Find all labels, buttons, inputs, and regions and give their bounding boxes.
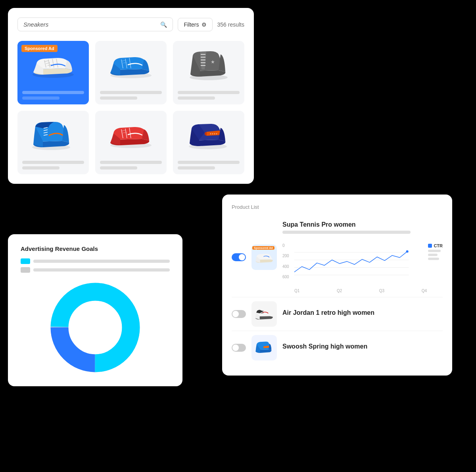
line-chart-svg bbox=[294, 243, 427, 281]
thumb-sponsored-badge: Sponsored Ad bbox=[252, 246, 274, 250]
search-bar-row: 🔍 Filters ⚙ 356 results bbox=[17, 17, 244, 31]
svg-point-19 bbox=[406, 250, 409, 253]
search-input-wrapper[interactable]: 🔍 bbox=[17, 17, 173, 31]
y-label-200: 200 bbox=[282, 254, 294, 258]
thumb-sneaker-2-svg bbox=[254, 307, 274, 321]
donut-svg bbox=[48, 280, 143, 375]
product-card-3[interactable]: ★ bbox=[173, 41, 244, 104]
search-panel: 🔍 Filters ⚙ 356 results Sponsored Ad bbox=[8, 8, 254, 184]
search-input[interactable] bbox=[23, 21, 158, 28]
panel-title: Product List bbox=[232, 204, 443, 210]
chart-legend: CTR bbox=[428, 243, 443, 260]
product-thumb-1: Sponsored Ad bbox=[251, 245, 277, 270]
product-card-1[interactable]: Sponsored Ad bbox=[17, 41, 89, 104]
toggle-2[interactable] bbox=[232, 310, 246, 318]
filters-button[interactable]: Filters ⚙ bbox=[178, 18, 212, 31]
thumb-sneaker-1-svg bbox=[254, 250, 274, 264]
ctr-dot bbox=[428, 244, 432, 248]
product-row-meta-1 bbox=[282, 231, 411, 234]
product-thumb-3 bbox=[251, 335, 277, 360]
filters-label: Filters bbox=[184, 21, 199, 28]
toggle-1[interactable] bbox=[232, 253, 246, 261]
search-icon: 🔍 bbox=[160, 21, 167, 28]
legend-line-2 bbox=[33, 268, 170, 272]
product-image-5 bbox=[100, 116, 162, 155]
y-label-0: 0 bbox=[282, 243, 294, 248]
x-label-q2: Q2 bbox=[337, 289, 342, 293]
product-meta-4 bbox=[22, 158, 84, 170]
product-row-2: Air Jordan 1 retro high women bbox=[232, 297, 443, 331]
legend-line-a bbox=[428, 250, 441, 252]
results-count: 356 results bbox=[217, 21, 244, 28]
sponsored-badge-1: Sponsored Ad bbox=[21, 45, 58, 52]
product-meta-1 bbox=[22, 89, 84, 100]
svg-point-10 bbox=[216, 133, 217, 134]
legend-item-1 bbox=[21, 258, 170, 264]
product-row-info-3: Swoosh Spring high women bbox=[282, 343, 443, 353]
svg-point-14 bbox=[71, 303, 120, 352]
product-meta-5 bbox=[100, 158, 162, 170]
chart-y-labels: 600 400 200 0 bbox=[282, 243, 294, 279]
ctr-label: CTR bbox=[434, 243, 443, 248]
svg-point-8 bbox=[212, 133, 213, 134]
product-row-3: Swoosh Spring high women bbox=[232, 331, 443, 364]
product-row-name-2: Air Jordan 1 retro high women bbox=[282, 309, 443, 316]
product-grid: Sponsored Ad bbox=[17, 41, 244, 174]
product-list-panel: Product List Sponsored Ad Supa Tennis Pr… bbox=[222, 195, 452, 376]
product-card-5[interactable] bbox=[95, 111, 167, 174]
toggle-3[interactable] bbox=[232, 344, 246, 352]
sneaker-navy-svg bbox=[185, 121, 232, 150]
sneaker-grey-svg: ★ bbox=[185, 50, 232, 81]
legend-color-2 bbox=[21, 267, 30, 273]
product-image-3: ★ bbox=[178, 46, 240, 85]
product-thumb-2 bbox=[251, 301, 277, 327]
chart-area: 600 400 200 0 bbox=[282, 239, 443, 293]
x-label-q4: Q4 bbox=[422, 289, 427, 293]
donut-title: Advertising Revenue Goals bbox=[21, 245, 170, 252]
product-meta-3 bbox=[178, 89, 240, 100]
y-label-600: 600 bbox=[282, 275, 294, 279]
donut-legend bbox=[21, 258, 170, 273]
product-row-name-1: Supa Tennis Pro women bbox=[282, 221, 443, 228]
legend-line-c bbox=[428, 258, 439, 260]
thumb-sneaker-3-svg bbox=[254, 341, 274, 355]
donut-panel: Advertising Revenue Goals bbox=[8, 234, 182, 386]
svg-text:★: ★ bbox=[211, 59, 215, 65]
product-meta-2 bbox=[100, 89, 162, 100]
product-card-6[interactable] bbox=[173, 111, 244, 174]
product-image-6 bbox=[178, 116, 240, 155]
product-row-info-2: Air Jordan 1 retro high women bbox=[282, 309, 443, 319]
filter-icon: ⚙ bbox=[202, 21, 207, 28]
sneaker-blue-orange-svg bbox=[29, 119, 77, 151]
product-card-4[interactable] bbox=[17, 111, 89, 174]
donut-chart-area bbox=[21, 280, 170, 375]
svg-point-9 bbox=[214, 133, 215, 134]
x-label-q1: Q1 bbox=[294, 289, 299, 293]
sneaker-blue-svg bbox=[107, 52, 155, 79]
sneaker-red-svg bbox=[107, 121, 155, 149]
y-label-400: 400 bbox=[282, 264, 294, 269]
legend-color-1 bbox=[21, 258, 30, 264]
chart-container: 600 400 200 0 bbox=[282, 243, 443, 287]
svg-point-7 bbox=[210, 133, 211, 134]
product-row-name-3: Swoosh Spring high women bbox=[282, 343, 443, 350]
x-label-q3: Q3 bbox=[379, 289, 384, 293]
product-row-1: Sponsored Ad Supa Tennis Pro women 600 4… bbox=[232, 217, 443, 297]
chart-x-labels: Q1 Q2 Q3 Q4 bbox=[282, 289, 443, 293]
legend-item-2 bbox=[21, 267, 170, 273]
sneaker-white-svg bbox=[29, 52, 77, 79]
chart-legend-ctr: CTR bbox=[428, 243, 443, 248]
product-image-2 bbox=[100, 46, 162, 85]
legend-line-1 bbox=[33, 260, 170, 263]
product-card-2[interactable] bbox=[95, 41, 167, 104]
legend-line-b bbox=[428, 254, 438, 256]
product-meta-6 bbox=[178, 158, 240, 170]
product-image-4 bbox=[22, 116, 84, 155]
product-row-info-1: Supa Tennis Pro women 600 400 200 0 bbox=[282, 221, 443, 293]
